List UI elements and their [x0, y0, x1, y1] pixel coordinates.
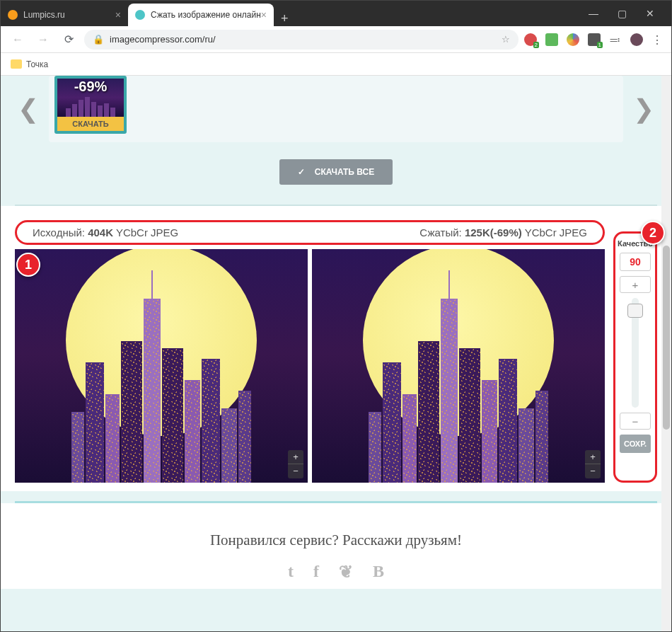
tumblr-icon[interactable]: t [288, 562, 294, 582]
compressed-label: Сжатый: [419, 226, 465, 239]
source-size: 404K [88, 226, 113, 239]
menu-icon[interactable]: ⋮ [651, 33, 664, 46]
original-image-panel[interactable]: + − [15, 249, 308, 483]
new-tab-button[interactable]: + [274, 11, 296, 26]
ext-icon-1[interactable]: 2 [524, 33, 537, 46]
zoom-in-button[interactable]: + [288, 450, 303, 464]
quality-minus-button[interactable]: − [620, 413, 651, 430]
ext-icon-4[interactable]: 1 [588, 33, 601, 46]
source-format: YCbCr JPEG [113, 226, 178, 239]
lock-icon: 🔒 [93, 34, 104, 45]
ext-icon-3[interactable] [567, 33, 579, 46]
slider-thumb[interactable] [627, 304, 643, 318]
quality-slider[interactable] [632, 298, 639, 408]
zoom-in-button[interactable]: + [585, 450, 601, 464]
tab-title: Сжать изображение онлайн [151, 10, 261, 20]
facebook-icon[interactable]: f [313, 562, 319, 582]
close-icon[interactable]: × [115, 9, 121, 21]
lumpics-favicon [8, 10, 18, 20]
annotation-callout-1: 1 [16, 253, 40, 277]
annotation-callout-2: 2 [641, 221, 665, 245]
tab-title: Lumpics.ru [23, 10, 65, 20]
bookmarks-bar: Точка [1, 53, 671, 76]
info-strip: Исходный: 404K YCbCr JPEG Сжатый: 125K(-… [15, 220, 605, 245]
bookmark-star-icon[interactable]: ☆ [502, 34, 510, 45]
reduction-badge: -69% [57, 79, 124, 92]
source-label: Исходный: [33, 226, 88, 239]
compressed-image-panel[interactable]: + − [312, 249, 605, 483]
minimize-button[interactable]: — [579, 3, 608, 24]
close-icon[interactable]: × [261, 9, 267, 21]
scrollbar-thumb[interactable] [663, 246, 670, 430]
avatar-icon[interactable] [630, 33, 643, 46]
url-field[interactable]: 🔒 imagecompressor.com/ru/ ☆ [84, 30, 519, 50]
bookmark-label: Точка [26, 59, 48, 69]
quality-panel: 2 Качество + − СОХР. [613, 231, 657, 483]
carousel-prev-icon[interactable]: ❮ [13, 94, 43, 124]
folder-icon [11, 59, 22, 69]
compressed-size: 125K(-69%) [465, 226, 522, 239]
address-bar: ← → ⟳ 🔒 imagecompressor.com/ru/ ☆ 2 1 ≕ … [1, 26, 671, 53]
zoom-controls: + − [585, 450, 601, 478]
reading-list-icon[interactable]: ≕ [609, 33, 622, 46]
scrollbar[interactable] [661, 76, 671, 631]
download-all-button[interactable]: СКАЧАТЬ ВСЕ [279, 159, 393, 185]
reddit-icon[interactable]: ❦ [339, 562, 353, 582]
vk-icon[interactable]: B [373, 562, 384, 582]
thumbnail-preview: -69% [57, 79, 124, 117]
file-thumbnail[interactable]: -69% СКАЧАТЬ [54, 76, 127, 134]
quality-plus-button[interactable]: + [620, 276, 651, 293]
share-heading: Понравился сервис? Расскажи друзьям! [1, 532, 671, 549]
zoom-out-button[interactable]: − [288, 464, 303, 478]
zoom-out-button[interactable]: − [585, 464, 601, 478]
download-thumb-button[interactable]: СКАЧАТЬ [57, 117, 124, 131]
tab-imagecompressor[interactable]: Сжать изображение онлайн × [128, 4, 274, 26]
zoom-controls: + − [288, 450, 303, 478]
reload-button[interactable]: ⟳ [59, 30, 79, 50]
ic-favicon [135, 10, 145, 20]
save-button[interactable]: СОХР. [620, 435, 651, 453]
forward-button[interactable]: → [33, 30, 53, 50]
maximize-button[interactable]: ▢ [608, 3, 636, 24]
quality-input[interactable] [620, 253, 651, 271]
bookmark-folder[interactable]: Точка [11, 59, 48, 69]
tab-lumpics[interactable]: Lumpics.ru × [1, 4, 128, 26]
carousel-next-icon[interactable]: ❯ [629, 94, 659, 124]
url-text: imagecompressor.com/ru/ [110, 34, 216, 45]
back-button[interactable]: ← [8, 30, 28, 50]
ext-icon-2[interactable] [545, 33, 558, 46]
compressed-format: YCbCr JPEG [522, 226, 587, 239]
close-window-button[interactable]: ✕ [636, 3, 664, 24]
window-title-bar: Lumpics.ru × Сжать изображение онлайн × … [1, 1, 671, 26]
page-content: ❮ -69% [1, 76, 671, 631]
